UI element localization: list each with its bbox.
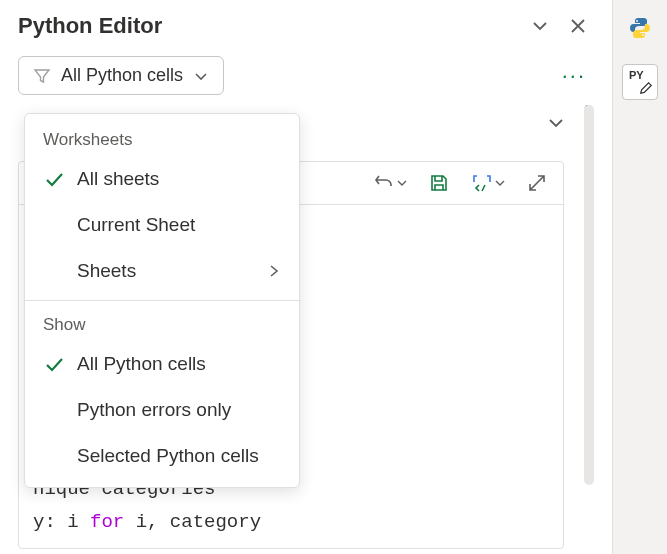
app-right-toolbar: PY (612, 0, 667, 554)
python-logo-button[interactable] (622, 10, 658, 46)
undo-button[interactable] (373, 172, 407, 194)
collapse-button[interactable] (524, 10, 556, 42)
menu-item-label: Current Sheet (77, 214, 195, 236)
chevron-down-icon (495, 178, 505, 188)
close-icon (569, 17, 587, 35)
chevron-down-icon (546, 113, 566, 133)
python-editor-button[interactable]: PY (622, 64, 658, 100)
card-collapse-button[interactable] (546, 113, 566, 133)
vertical-scrollbar[interactable] (584, 105, 594, 485)
menu-item-current-sheet[interactable]: Current Sheet (25, 202, 299, 248)
check-icon (43, 354, 65, 374)
output-type-button[interactable] (471, 173, 505, 193)
py-editor-icon: PY (629, 71, 651, 93)
menu-item-all-python-cells[interactable]: All Python cells (25, 341, 299, 387)
filter-icon (33, 67, 51, 85)
menu-item-python-errors-only[interactable]: Python errors only (25, 387, 299, 433)
panel-title: Python Editor (18, 13, 518, 39)
close-button[interactable] (562, 10, 594, 42)
save-button[interactable] (429, 173, 449, 193)
dropdown-section-show: Show (25, 307, 299, 341)
expand-icon (527, 173, 547, 193)
more-options-button[interactable]: ··· (554, 63, 594, 89)
brackets-icon (471, 173, 493, 193)
filter-label: All Python cells (61, 65, 183, 86)
menu-item-sheets-submenu[interactable]: Sheets (25, 248, 299, 294)
chevron-down-icon (193, 68, 209, 84)
dropdown-divider (25, 300, 299, 301)
chevron-down-icon (530, 16, 550, 36)
filter-row: All Python cells ··· (0, 52, 612, 105)
filter-dropdown-menu: Worksheets All sheets Current Sheet Shee… (24, 113, 300, 488)
menu-item-label: Selected Python cells (77, 445, 259, 467)
check-icon (43, 169, 65, 189)
menu-item-label: All Python cells (77, 353, 206, 375)
menu-item-label: Sheets (77, 260, 136, 282)
more-horizontal-icon: ··· (562, 63, 586, 88)
chevron-right-icon (267, 264, 281, 278)
menu-item-label: All sheets (77, 168, 159, 190)
expand-button[interactable] (527, 173, 547, 193)
menu-item-label: Python errors only (77, 399, 231, 421)
dropdown-section-worksheets: Worksheets (25, 122, 299, 156)
undo-icon (373, 172, 395, 194)
save-icon (429, 173, 449, 193)
menu-item-selected-python-cells[interactable]: Selected Python cells (25, 433, 299, 479)
panel-header: Python Editor (0, 0, 612, 52)
python-logo-icon (628, 16, 652, 40)
menu-item-all-sheets[interactable]: All sheets (25, 156, 299, 202)
filter-dropdown-button[interactable]: All Python cells (18, 56, 224, 95)
chevron-down-icon (397, 178, 407, 188)
